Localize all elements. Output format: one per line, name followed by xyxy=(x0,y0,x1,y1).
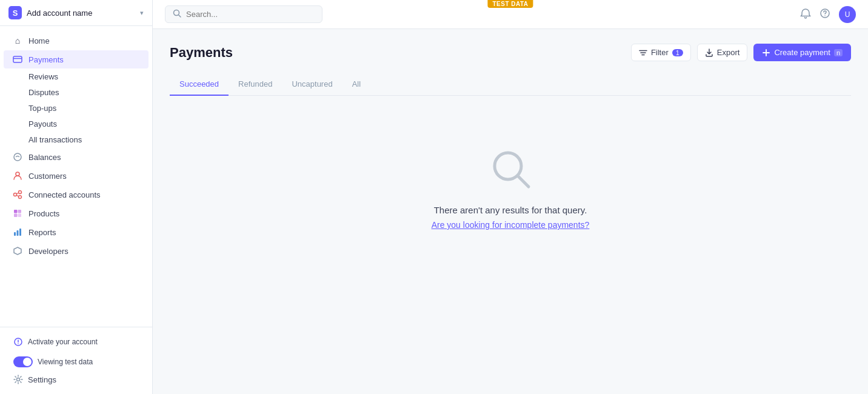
reports-icon xyxy=(12,227,23,238)
test-data-badge: TEST DATA xyxy=(487,0,533,8)
home-icon: ⌂ xyxy=(12,35,23,46)
svg-point-20 xyxy=(17,378,20,381)
sidebar-nav: ⌂ Home Payments Reviews Disputes Top-ups… xyxy=(0,26,152,327)
empty-state: There aren't any results for that query.… xyxy=(170,96,851,278)
sidebar-item-disputes[interactable]: Disputes xyxy=(4,85,149,100)
main-area: TEST DATA U Payments xyxy=(153,0,868,394)
svg-point-5 xyxy=(19,191,22,194)
sidebar-item-payments[interactable]: Payments xyxy=(4,50,149,68)
svg-rect-0 xyxy=(13,56,22,62)
activate-account-banner[interactable]: Activate your account xyxy=(8,333,144,350)
create-payment-button[interactable]: Create payment n xyxy=(753,44,851,61)
sidebar-item-balances-label: Balances xyxy=(28,153,61,162)
svg-rect-15 xyxy=(19,229,21,236)
test-data-label: Viewing test data xyxy=(38,358,93,366)
svg-marker-16 xyxy=(14,247,21,255)
settings-icon xyxy=(13,375,23,384)
filter-icon xyxy=(639,48,647,57)
filter-label: Filter xyxy=(651,48,669,57)
search-box[interactable] xyxy=(165,5,322,23)
search-input[interactable] xyxy=(186,10,315,19)
export-label: Export xyxy=(717,48,740,57)
page-title: Payments xyxy=(170,45,233,61)
svg-line-31 xyxy=(518,176,529,187)
sidebar-item-topups[interactable]: Top-ups xyxy=(4,101,149,116)
svg-rect-13 xyxy=(14,232,16,236)
svg-point-19 xyxy=(18,343,19,344)
sidebar-item-reports-label: Reports xyxy=(28,228,56,237)
sidebar-item-reviews[interactable]: Reviews xyxy=(4,69,149,84)
products-icon xyxy=(12,208,23,219)
empty-search-icon xyxy=(486,144,535,193)
connected-accounts-icon xyxy=(12,189,23,200)
sidebar-item-all-transactions-label: All transactions xyxy=(28,135,82,144)
sidebar-item-connected-accounts[interactable]: Connected accounts xyxy=(4,185,149,204)
svg-point-24 xyxy=(824,15,826,16)
sidebar-item-connected-accounts-label: Connected accounts xyxy=(28,190,101,199)
notifications-icon[interactable] xyxy=(800,8,811,21)
svg-point-6 xyxy=(19,196,22,199)
plus-icon xyxy=(762,48,770,57)
export-button[interactable]: Export xyxy=(697,44,748,61)
svg-point-2 xyxy=(14,153,21,161)
search-icon xyxy=(173,9,181,19)
tab-refunded[interactable]: Refunded xyxy=(229,73,282,96)
sidebar-item-settings[interactable]: Settings xyxy=(8,371,144,388)
sidebar-item-products-label: Products xyxy=(28,209,59,218)
sidebar-item-home[interactable]: ⌂ Home xyxy=(4,32,149,50)
sidebar-item-all-transactions[interactable]: All transactions xyxy=(4,132,149,147)
sidebar-item-disputes-label: Disputes xyxy=(28,88,59,97)
svg-point-3 xyxy=(16,172,19,176)
sidebar-item-payouts[interactable]: Payouts xyxy=(4,116,149,132)
topbar: TEST DATA U xyxy=(153,0,868,29)
empty-title: There aren't any results for that query. xyxy=(434,205,587,215)
empty-link[interactable]: Are you looking for incomplete payments? xyxy=(432,220,590,230)
svg-rect-11 xyxy=(14,214,18,218)
filter-count: 1 xyxy=(672,49,683,56)
sidebar-item-products[interactable]: Products xyxy=(4,204,149,222)
svg-rect-14 xyxy=(17,230,19,236)
sidebar-item-payments-label: Payments xyxy=(28,55,64,64)
svg-line-7 xyxy=(16,193,19,194)
header-actions: Filter 1 Export Create payment xyxy=(631,44,851,61)
topbar-actions: U xyxy=(800,6,856,23)
svg-rect-12 xyxy=(18,214,22,218)
sidebar-item-developers[interactable]: Developers xyxy=(4,242,149,260)
tab-uncaptured[interactable]: Uncaptured xyxy=(282,73,342,96)
filter-button[interactable]: Filter 1 xyxy=(631,44,691,61)
svg-rect-9 xyxy=(14,210,18,213)
user-avatar[interactable]: U xyxy=(839,6,856,23)
svg-point-4 xyxy=(14,193,17,196)
create-payment-label: Create payment xyxy=(774,48,830,57)
chevron-down-icon: ▾ xyxy=(140,9,144,17)
sidebar-item-home-label: Home xyxy=(28,36,50,45)
create-payment-shortcut: n xyxy=(834,49,843,56)
sidebar-item-developers-label: Developers xyxy=(28,247,68,256)
tab-succeeded[interactable]: Succeeded xyxy=(170,73,229,96)
test-data-toggle[interactable] xyxy=(13,356,33,367)
tabs: Succeeded Refunded Uncaptured All xyxy=(170,73,851,96)
tab-all[interactable]: All xyxy=(342,73,370,96)
sidebar-footer: Activate your account Viewing test data … xyxy=(0,327,152,394)
svg-rect-10 xyxy=(18,210,22,213)
customers-icon xyxy=(12,170,23,181)
sidebar-item-customers-label: Customers xyxy=(28,172,67,181)
activate-icon xyxy=(13,337,23,347)
stripe-logo: S xyxy=(8,6,22,19)
sidebar-item-customers[interactable]: Customers xyxy=(4,167,149,185)
sidebar-item-reports[interactable]: Reports xyxy=(4,223,149,241)
payments-icon xyxy=(12,54,23,65)
sidebar-item-topups-label: Top-ups xyxy=(28,104,56,113)
developers-icon xyxy=(12,245,23,256)
sidebar-item-balances[interactable]: Balances xyxy=(4,148,149,166)
help-icon[interactable] xyxy=(820,8,830,21)
export-icon xyxy=(705,48,713,57)
sidebar-item-reviews-label: Reviews xyxy=(28,72,58,81)
account-name: Add account name xyxy=(27,8,135,18)
sidebar: S Add account name ▾ ⌂ Home Payments Rev… xyxy=(0,0,153,394)
content-area: Payments Filter 1 Export xyxy=(153,29,868,394)
account-switcher[interactable]: S Add account name ▾ xyxy=(0,0,152,26)
balances-icon xyxy=(12,152,23,162)
activate-account-label: Activate your account xyxy=(28,338,98,346)
svg-line-8 xyxy=(16,195,19,196)
